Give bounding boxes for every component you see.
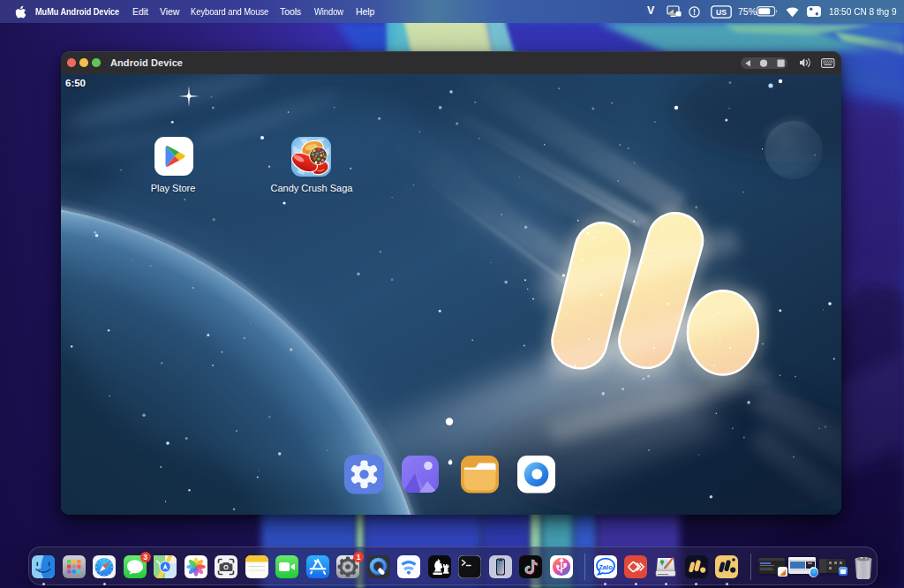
svg-text:Zalo: Zalo [599, 563, 613, 571]
svg-text:US: US [716, 8, 727, 17]
